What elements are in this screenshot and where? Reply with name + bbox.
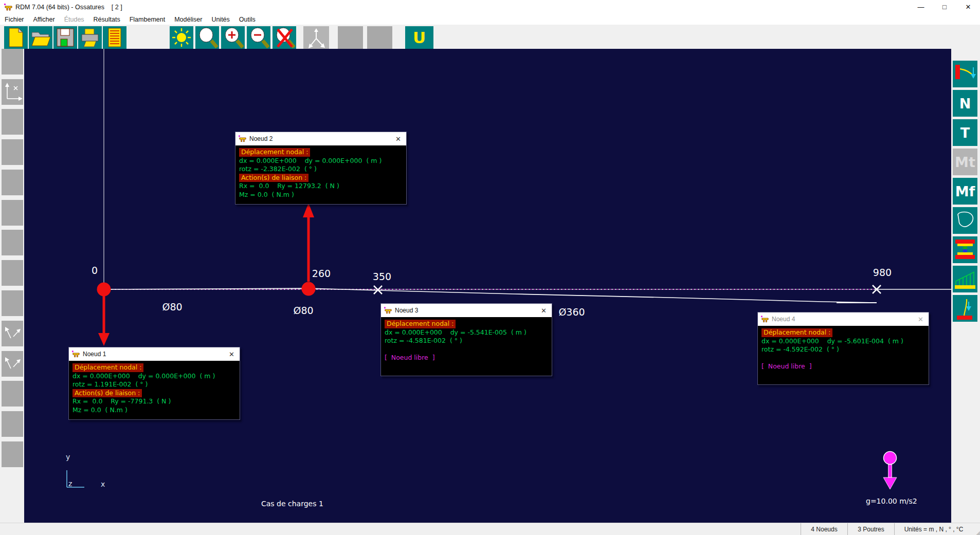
status-spacer (0, 523, 801, 535)
left-button-13[interactable] (2, 411, 23, 437)
reaction-arrowhead-node2 (303, 203, 314, 217)
mode-shape-icon (953, 295, 977, 322)
left-button-7[interactable] (2, 230, 23, 255)
node-1-coordinate-label: 0 (92, 265, 98, 276)
displacement-header: Déplacement nodal : (72, 363, 143, 372)
cross-section-button[interactable] (953, 207, 977, 234)
node-info-window-4[interactable]: Noeud 4 ✕ Déplacement nodal : dx = 0.000… (757, 312, 929, 385)
load-diagram-icon (953, 266, 977, 292)
axes-3d-button[interactable] (303, 26, 329, 49)
displacement-values: dx = 0.000E+000 dy = -5.601E-004 ( m ) (761, 337, 925, 346)
popup-titlebar-2[interactable]: Noeud 2 ✕ (235, 132, 406, 145)
popup-titlebar-3[interactable]: Noeud 3 ✕ (381, 304, 552, 317)
open-file-button[interactable] (29, 26, 52, 49)
node-1-marker[interactable] (97, 283, 111, 297)
axes-3d-icon (303, 26, 329, 49)
left-button-4[interactable] (2, 139, 23, 165)
report-button[interactable] (103, 26, 126, 49)
popup-body: Déplacement nodal : dx = 0.000E+000 dy =… (381, 317, 552, 376)
node-info-window-2[interactable]: Noeud 2 ✕ Déplacement nodal : dx = 0.000… (235, 132, 407, 205)
left-button-5[interactable] (2, 170, 23, 195)
zoom-in-button[interactable] (221, 26, 245, 49)
save-icon (53, 26, 77, 49)
maximize-button[interactable]: □ (933, 0, 956, 14)
displacement-values: dx = 0.000E+000 dy = 0.000E+000 ( m ) (239, 157, 403, 165)
menu-outils[interactable]: Outils (234, 16, 260, 23)
displacement-values: dx = 0.000E+000 dy = -5.541E-005 ( m ) (385, 328, 548, 337)
axis-y-label: y (66, 453, 70, 461)
structure-drawing (24, 49, 951, 523)
axis-x-label: x (101, 480, 105, 488)
window-titlebar[interactable]: RDM 7.04 (64 bits) - Ossatures [ 2 ] — □… (0, 0, 980, 14)
popup-titlebar-1[interactable]: Noeud 1 ✕ (69, 347, 240, 361)
left-button-8[interactable] (2, 260, 23, 286)
u-section-button[interactable]: U (405, 26, 433, 49)
rdm-ossatures-window: RDM 7.04 (64 bits) - Ossatures [ 2 ] — □… (0, 0, 980, 535)
minimize-button[interactable]: — (909, 0, 933, 14)
load-diagram-button[interactable] (953, 266, 977, 292)
save-button[interactable] (53, 26, 77, 49)
cross-section-icon (953, 207, 977, 234)
menu-afficher[interactable]: Afficher (29, 16, 60, 23)
actions-header: Action(s) de liaison : (72, 389, 142, 398)
zoom-window-button[interactable] (195, 26, 219, 49)
diverge-arrows-button-2[interactable] (2, 351, 23, 377)
menu-fichier[interactable]: Fichier (0, 16, 29, 23)
popup-body: Déplacement nodal : dx = 0.000E+000 dy =… (235, 145, 406, 204)
left-button-1[interactable] (2, 49, 23, 75)
report-icon (103, 26, 126, 49)
status-node-count: 4 Noeuds (801, 523, 847, 535)
section-stress-button[interactable] (953, 236, 977, 263)
local-axes-button[interactable] (2, 79, 23, 105)
displacement-values: dx = 0.000E+000 dy = 0.000E+000 ( m ) (72, 372, 236, 381)
node-info-window-3[interactable]: Noeud 3 ✕ Déplacement nodal : dx = 0.000… (380, 303, 552, 376)
section-label-3: Ø360 (558, 306, 585, 318)
deformed-shape-line (104, 288, 877, 303)
menu-etudes: Études (60, 16, 89, 23)
new-file-button[interactable] (4, 26, 28, 49)
close-button[interactable]: ✕ (956, 0, 980, 14)
close-icon[interactable]: ✕ (918, 316, 929, 323)
menu-flambement[interactable]: Flambement (125, 16, 170, 23)
menu-modeliser[interactable]: Modéliser (170, 16, 207, 23)
popup-titlebar-4[interactable]: Noeud 4 ✕ (758, 312, 929, 326)
resize-grip[interactable]: ◢ (973, 523, 980, 535)
close-icon[interactable]: ✕ (395, 135, 406, 143)
left-button-9[interactable] (2, 290, 23, 316)
print-button[interactable] (78, 26, 102, 49)
node-3-marker[interactable] (374, 286, 382, 294)
displacement-header: Déplacement nodal : (239, 148, 310, 157)
zoom-cancel-button[interactable] (273, 26, 296, 49)
left-button-14[interactable] (2, 441, 23, 467)
popup-body: Déplacement nodal : dx = 0.000E+000 dy =… (69, 361, 240, 419)
menu-unites[interactable]: Unités (207, 16, 234, 23)
mode-shape-button[interactable] (953, 295, 977, 322)
deformed-shape-button[interactable] (953, 61, 977, 87)
menu-resultats[interactable]: Résultats (89, 16, 125, 23)
node-2-marker[interactable] (302, 282, 316, 296)
zoom-out-button[interactable] (247, 26, 270, 49)
free-node-label: [ Noeud libre ] (385, 354, 548, 362)
results-toolbar: N T Mt Mf (951, 49, 980, 523)
brightness-button[interactable] (170, 26, 193, 49)
normal-force-button[interactable]: N (953, 90, 977, 117)
gravity-value-label: g=10.00 m/s2 (866, 497, 917, 505)
displacement-header: Déplacement nodal : (385, 320, 456, 328)
diverge-arrows-button-1[interactable] (2, 321, 23, 346)
status-bar: 4 Noeuds 3 Poutres Unités = m , N , ° , … (0, 523, 980, 535)
close-icon[interactable]: ✕ (229, 350, 240, 358)
model-canvas[interactable]: 0 260 350 980 Ø80 Ø80 Ø360 Cas de charge… (24, 49, 951, 523)
sun-icon (170, 26, 193, 49)
main-toolbar: U (0, 25, 980, 49)
left-button-6[interactable] (2, 200, 23, 226)
close-icon[interactable]: ✕ (541, 307, 552, 315)
left-button-3[interactable] (2, 109, 23, 135)
bending-moment-button[interactable]: Mf (953, 178, 977, 205)
popup-title-text: Noeud 4 (772, 316, 795, 323)
deformed-shape-icon (953, 61, 977, 87)
node-info-window-1[interactable]: Noeud 1 ✕ Déplacement nodal : dx = 0.000… (68, 347, 240, 420)
left-button-12[interactable] (2, 381, 23, 407)
popup-title-text: Noeud 3 (395, 307, 418, 314)
shear-force-button[interactable]: T (953, 119, 977, 146)
status-units: Unités = m , N , ° , °C (894, 523, 973, 535)
